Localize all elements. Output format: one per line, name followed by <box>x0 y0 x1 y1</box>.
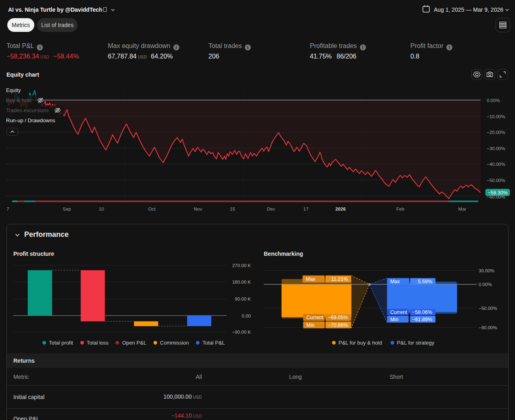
svg-text:Min: Min <box>307 322 315 328</box>
svg-text:−50.00%: −50.00% <box>479 306 497 311</box>
svg-text:270.00 K: 270.00 K <box>232 263 251 268</box>
svg-text:15: 15 <box>230 207 235 211</box>
svg-text:Max: Max <box>306 276 315 282</box>
svg-text:Sep: Sep <box>63 207 71 211</box>
svg-text:Nov: Nov <box>194 207 202 211</box>
svg-text:7: 7 <box>6 207 9 211</box>
svg-text:−69.05%: −69.05% <box>328 315 348 320</box>
svg-text:0.00: 0.00 <box>242 313 251 318</box>
svg-text:Mar: Mar <box>458 207 467 211</box>
svg-text:2026: 2026 <box>335 207 346 211</box>
svg-text:180.00 K: 180.00 K <box>232 280 251 284</box>
svg-text:−30.00%: −30.00% <box>487 146 505 151</box>
svg-text:Dec: Dec <box>267 207 275 211</box>
svg-text:5.59%: 5.59% <box>418 279 432 284</box>
svg-text:Current: Current <box>307 315 324 320</box>
svg-text:−90.00 K: −90.00 K <box>232 330 251 334</box>
svg-text:−90.00%: −90.00% <box>479 325 497 330</box>
svg-text:−58.30%: −58.30% <box>488 190 508 196</box>
svg-text:−20.00%: −20.00% <box>487 130 505 135</box>
svg-text:17: 17 <box>303 207 309 211</box>
svg-text:−70.86%: −70.86% <box>328 322 348 328</box>
svg-text:Max: Max <box>390 279 400 284</box>
svg-text:10: 10 <box>99 207 104 211</box>
svg-text:0.00%: 0.00% <box>487 98 500 103</box>
svg-text:−40.00%: −40.00% <box>487 162 505 167</box>
svg-text:30.00%: 30.00% <box>479 268 494 273</box>
svg-text:Oct: Oct <box>148 207 156 211</box>
svg-text:−58.06%: −58.06% <box>412 309 432 315</box>
svg-text:−10.00%: −10.00% <box>487 114 505 119</box>
svg-text:−50.00%: −50.00% <box>487 178 505 183</box>
svg-text:11.21%: 11.21% <box>331 276 348 282</box>
svg-text:Feb: Feb <box>396 207 404 211</box>
svg-text:Current: Current <box>390 309 407 315</box>
svg-text:90.00 K: 90.00 K <box>235 297 251 301</box>
svg-text:0.00%: 0.00% <box>479 282 492 287</box>
svg-text:−61.89%: −61.89% <box>412 317 432 322</box>
svg-text:Min: Min <box>390 317 398 322</box>
